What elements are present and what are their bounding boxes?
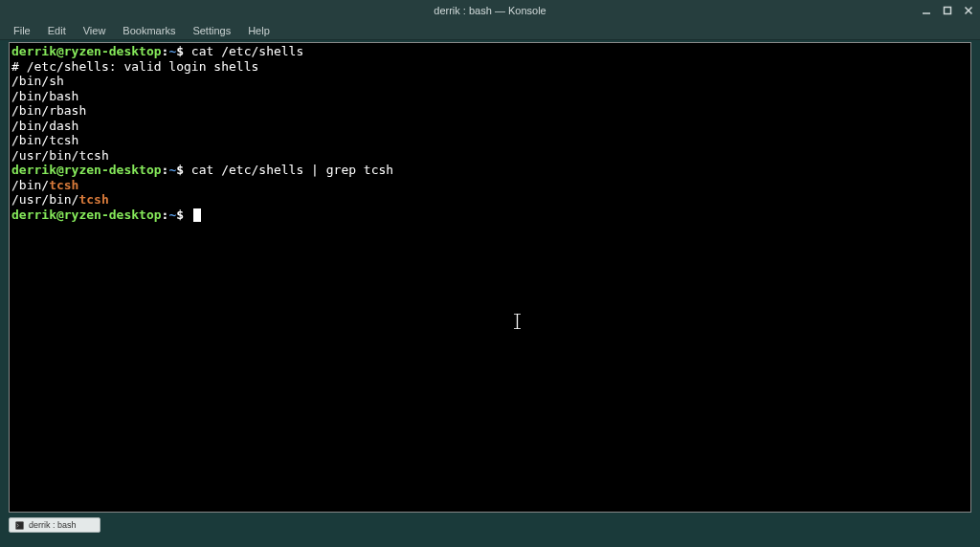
tab-label: derrik : bash [29, 520, 77, 530]
prompt-user: derrik@ryzen-desktop [11, 208, 162, 222]
prompt-user: derrik@ryzen-desktop [11, 44, 162, 58]
menu-file[interactable]: File [6, 23, 38, 38]
menu-bookmarks[interactable]: Bookmarks [115, 23, 183, 38]
terminal-output: /usr/bin/tcsh [11, 148, 969, 164]
close-icon[interactable] [963, 5, 974, 16]
terminal-line: derrik@ryzen-desktop:~$ cat /etc/shells [11, 44, 969, 59]
grep-match: tcsh [78, 192, 108, 207]
command-text: cat /etc/shells [191, 44, 303, 58]
menu-edit[interactable]: Edit [40, 23, 74, 38]
menu-view[interactable]: View [76, 23, 114, 38]
terminal-line: derrik@ryzen-desktop:~$ cat /etc/shells … [11, 163, 969, 178]
grep-prefix: /usr/bin/ [11, 192, 78, 207]
svg-rect-4 [15, 521, 23, 529]
window-controls [921, 0, 974, 21]
window-titlebar: derrik : bash — Konsole [0, 0, 980, 21]
terminal-output: /bin/tcsh [11, 178, 969, 193]
text-cursor [193, 208, 201, 222]
command-text: cat /etc/shells | grep tcsh [191, 163, 393, 177]
terminal-icon [15, 521, 24, 530]
mouse-cursor-icon [514, 314, 521, 329]
menu-help[interactable]: Help [240, 23, 278, 38]
prompt-user: derrik@ryzen-desktop [11, 163, 162, 177]
terminal-area[interactable]: derrik@ryzen-desktop:~$ cat /etc/shells … [9, 42, 971, 513]
prompt-dollar: $ [176, 208, 191, 222]
tab-item[interactable]: derrik : bash [9, 517, 100, 533]
terminal-output: /bin/tcsh [11, 133, 969, 148]
terminal-output: /bin/dash [11, 119, 969, 134]
menu-settings[interactable]: Settings [185, 23, 238, 38]
prompt-dollar: $ [176, 44, 191, 58]
grep-match: tcsh [49, 178, 78, 192]
window-title: derrik : bash — Konsole [434, 5, 546, 16]
terminal-output: # /etc/shells: valid login shells [11, 59, 969, 75]
svg-rect-1 [945, 8, 951, 14]
terminal-line: derrik@ryzen-desktop:~$ [11, 208, 969, 223]
tab-bar: derrik : bash [9, 516, 100, 534]
maximize-icon[interactable] [942, 5, 953, 16]
menubar: File Edit View Bookmarks Settings Help [0, 21, 980, 40]
grep-prefix: /bin/ [11, 178, 49, 192]
terminal-output: /bin/bash [11, 89, 969, 104]
terminal-output: /usr/bin/tcsh [11, 192, 969, 208]
prompt-dollar: $ [176, 163, 191, 177]
minimize-icon[interactable] [921, 5, 932, 16]
terminal-output: /bin/rbash [11, 103, 969, 119]
terminal-output: /bin/sh [11, 74, 969, 89]
